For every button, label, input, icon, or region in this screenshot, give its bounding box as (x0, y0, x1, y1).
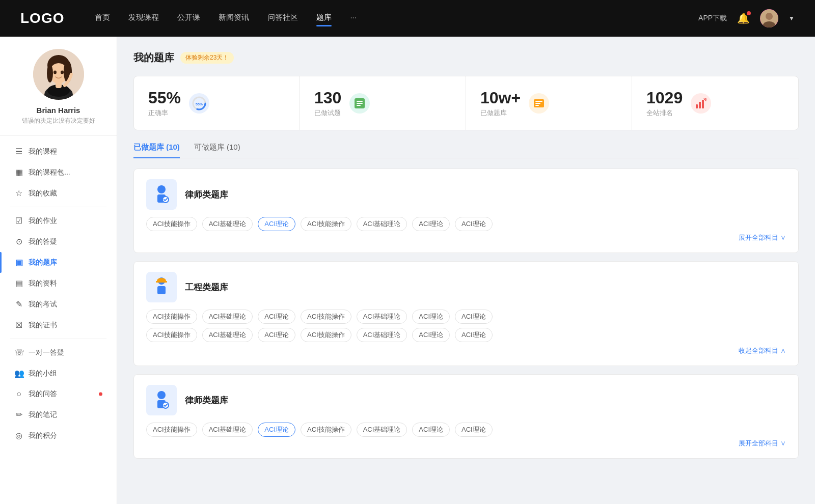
svg-point-27 (157, 185, 166, 193)
tag-law2-basic-2[interactable]: ACI基础理论 (357, 423, 408, 437)
tag-aci-basic-1[interactable]: ACI基础理论 (202, 217, 253, 231)
stat-done-label: 已做试题 (314, 108, 341, 118)
law-icon-container (146, 179, 177, 210)
sidebar-item-course-pack[interactable]: ▦ 我的课程包... (0, 162, 117, 183)
course-pack-icon: ▦ (14, 167, 23, 177)
tag-eng-skill-1[interactable]: ACI技能操作 (146, 310, 197, 324)
done-banks-icon (529, 93, 549, 114)
nav-link-opencourse[interactable]: 公开课 (177, 13, 200, 24)
profile-avatar (33, 49, 84, 100)
stat-accuracy-text: 55% 正确率 (148, 89, 181, 118)
tag-eng2-theory-3[interactable]: ACI理论 (455, 328, 493, 342)
expand-law-2[interactable]: 展开全部科目 ∨ (146, 439, 786, 448)
sidebar-item-answers[interactable]: ⊙ 我的答疑 (0, 231, 117, 252)
nav-link-discover[interactable]: 发现课程 (128, 13, 159, 24)
tag-aci-skill-2[interactable]: ACI技能操作 (301, 217, 351, 231)
tag-eng-theory-3[interactable]: ACI理论 (455, 310, 493, 324)
sidebar-item-tutoring[interactable]: ☏ 一对一答疑 (0, 342, 117, 363)
sidebar-item-label: 我的课程 (29, 147, 57, 156)
law-figure-icon (150, 183, 173, 206)
svg-point-11 (53, 71, 57, 74)
tag-eng-theory-2[interactable]: ACI理论 (412, 310, 450, 324)
group-icon: 👥 (14, 369, 23, 378)
tag-law2-theory-1[interactable]: ACI理论 (258, 423, 295, 437)
stat-done-questions: 130 已做试题 (300, 76, 466, 130)
sidebar-item-label: 我的考试 (29, 300, 57, 309)
tag-eng-basic-1[interactable]: ACI基础理论 (202, 310, 253, 324)
user-dropdown-icon[interactable]: ▼ (789, 15, 795, 22)
course-icon: ☰ (14, 147, 23, 156)
stat-done-banks-value: 10w+ (480, 89, 521, 107)
tag-eng-theory-1[interactable]: ACI理论 (258, 310, 295, 324)
tag-law2-theory-3[interactable]: ACI理论 (455, 423, 493, 437)
avatar-image (760, 9, 778, 27)
tag-law2-basic-1[interactable]: ACI基础理论 (202, 423, 253, 437)
bank-card-law-2-header: 律师类题库 (146, 385, 786, 415)
svg-text:55%: 55% (196, 102, 203, 106)
nav-link-home[interactable]: 首页 (95, 13, 110, 24)
tag-aci-theory-1[interactable]: ACI理论 (258, 217, 295, 231)
sidebar-item-qa[interactable]: ○ 我的问答 (0, 384, 117, 404)
tag-law2-skill-1[interactable]: ACI技能操作 (146, 423, 197, 437)
nav-link-qa[interactable]: 问答社区 (267, 13, 298, 24)
expand-law-1[interactable]: 展开全部科目 ∨ (146, 233, 786, 242)
sidebar-item-materials[interactable]: ▤ 我的资料 (0, 273, 117, 294)
sidebar-item-label: 我的小组 (29, 369, 57, 378)
tag-aci-theory-2[interactable]: ACI理论 (412, 217, 450, 231)
cert-icon: ☒ (14, 320, 23, 330)
star-icon: ☆ (14, 188, 23, 198)
app-download-link[interactable]: APP下载 (698, 14, 727, 23)
answers-icon: ⊙ (14, 237, 23, 246)
sidebar-item-label: 我的积分 (29, 431, 57, 440)
tag-aci-skill-1[interactable]: ACI技能操作 (146, 217, 197, 231)
tag-eng2-skill-1[interactable]: ACI技能操作 (146, 328, 197, 342)
materials-icon: ▤ (14, 278, 23, 288)
profile-motto: 错误的决定比没有决定要好 (22, 117, 95, 125)
bank-card-eng: 工程类题库 ACI技能操作 ACI基础理论 ACI理论 ACI技能操作 ACI基… (133, 261, 799, 366)
svg-rect-21 (535, 101, 542, 102)
sidebar-item-notes[interactable]: ✏ 我的笔记 (0, 404, 117, 425)
points-icon: ◎ (14, 431, 23, 440)
tag-law2-skill-2[interactable]: ACI技能操作 (301, 423, 351, 437)
sidebar-item-certificate[interactable]: ☒ 我的证书 (0, 315, 117, 335)
sidebar-item-my-course[interactable]: ☰ 我的课程 (0, 141, 117, 162)
sidebar-item-group[interactable]: 👥 我的小组 (0, 363, 117, 384)
homework-icon: ☑ (14, 216, 23, 226)
tag-eng2-theory-1[interactable]: ACI理论 (258, 328, 295, 342)
nav-link-bank[interactable]: 题库 (316, 13, 332, 24)
collapse-eng[interactable]: 收起全部科目 ∧ (146, 346, 786, 355)
sidebar-item-label: 我的问答 (29, 389, 57, 399)
tag-eng2-skill-2[interactable]: ACI技能操作 (301, 328, 351, 342)
tag-aci-theory-3[interactable]: ACI理论 (455, 217, 493, 231)
user-profile: Brian Harris 错误的决定比没有决定要好 (0, 49, 117, 136)
sidebar-item-label: 一对一答疑 (29, 348, 64, 357)
nav-link-more[interactable]: ··· (350, 13, 357, 24)
svg-point-1 (766, 13, 773, 20)
notification-bell[interactable]: 🔔 (737, 12, 750, 24)
qa-icon: ○ (14, 389, 23, 399)
sidebar-item-favorites[interactable]: ☆ 我的收藏 (0, 183, 117, 204)
svg-rect-17 (357, 101, 363, 102)
tab-available[interactable]: 可做题库 (10) (194, 143, 240, 158)
tag-eng2-basic-1[interactable]: ACI基础理论 (202, 328, 253, 342)
sidebar-item-points[interactable]: ◎ 我的积分 (0, 425, 117, 446)
sidebar-item-homework[interactable]: ☑ 我的作业 (0, 210, 117, 231)
svg-rect-19 (357, 105, 361, 106)
rank-icon (691, 93, 711, 114)
bank-card-law-1: 律师类题库 ACI技能操作 ACI基础理论 ACI理论 ACI技能操作 ACI基… (133, 169, 799, 253)
nav-link-news[interactable]: 新闻资讯 (219, 13, 249, 24)
stat-done-value: 130 (314, 89, 341, 107)
done-questions-icon (349, 93, 370, 114)
tag-eng-basic-2[interactable]: ACI基础理论 (357, 310, 408, 324)
tag-eng2-theory-2[interactable]: ACI理论 (412, 328, 450, 342)
tab-done[interactable]: 已做题库 (10) (133, 143, 180, 158)
tag-eng-skill-2[interactable]: ACI技能操作 (301, 310, 351, 324)
tag-law2-theory-2[interactable]: ACI理论 (412, 423, 450, 437)
user-avatar[interactable] (760, 9, 778, 27)
svg-rect-26 (702, 100, 704, 108)
sidebar-item-bank[interactable]: ▣ 我的题库 (0, 252, 117, 273)
tag-aci-basic-2[interactable]: ACI基础理论 (357, 217, 408, 231)
sidebar-item-exam[interactable]: ✎ 我的考试 (0, 294, 117, 315)
tag-eng2-basic-2[interactable]: ACI基础理论 (357, 328, 408, 342)
page-header: 我的题库 体验剩余23天！ (133, 51, 799, 65)
